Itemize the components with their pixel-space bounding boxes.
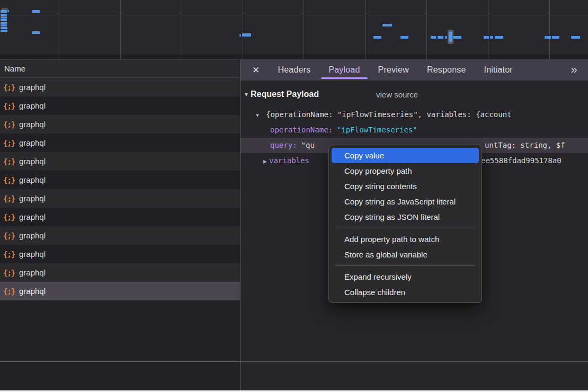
menu-item-store-as-global-variable[interactable]: Store as global variable	[332, 247, 479, 262]
network-request-bar	[545, 36, 551, 39]
network-request-bar	[431, 36, 436, 39]
json-braces-icon: {;}	[3, 83, 19, 92]
network-request-bar	[400, 36, 408, 39]
request-row-graphql[interactable]: {;}graphql	[0, 282, 240, 300]
timeline-gridline	[182, 0, 182, 59]
request-name-label: graphql	[19, 101, 46, 110]
json-braces-icon: {;}	[3, 157, 19, 166]
json-braces-icon: {;}	[3, 213, 19, 221]
network-request-bar	[490, 36, 493, 39]
panel-split-divider[interactable]	[240, 59, 240, 390]
request-list-panel: Name {;}graphql{;}graphql{;}graphql{;}gr…	[0, 59, 240, 390]
network-request-bar	[1, 22, 7, 24]
menu-item-copy-string-contents[interactable]: Copy string contents	[332, 179, 479, 194]
menu-separator	[335, 265, 475, 266]
request-name-label: graphql	[19, 138, 46, 147]
request-row-graphql[interactable]: {;}graphql	[0, 226, 240, 245]
menu-item-expand-recursively[interactable]: Expand recursively	[332, 269, 479, 284]
json-braces-icon: {;}	[3, 176, 19, 184]
timeline-gridline	[243, 0, 243, 59]
request-name-label: graphql	[19, 250, 46, 259]
request-name-label: graphql	[19, 120, 46, 129]
json-braces-icon: {;}	[3, 194, 19, 203]
json-braces-icon: {;}	[3, 287, 19, 296]
payload-root-row[interactable]: ▼{operationName: "ipFlowTimeseries", var…	[240, 107, 588, 122]
bottom-divider	[0, 361, 588, 362]
menu-item-copy-string-as-json-literal[interactable]: Copy string as JSON literal	[332, 209, 479, 225]
collapsed-triangle-icon[interactable]: ▶	[261, 154, 269, 168]
request-name-label: graphql	[19, 231, 46, 240]
request-row-graphql[interactable]: {;}graphql	[0, 245, 240, 263]
property-value-left-fragment: "qu	[301, 141, 315, 149]
menu-item-copy-string-as-javascript-literal[interactable]: Copy string as JavaScript literal	[332, 194, 479, 209]
section-title: Request Payload	[251, 90, 319, 99]
request-row-graphql[interactable]: {;}graphql	[0, 96, 240, 115]
request-row-graphql[interactable]: {;}graphql	[0, 115, 240, 133]
network-request-bar	[242, 33, 251, 37]
request-name-label: graphql	[19, 194, 46, 203]
timeline-gridline	[304, 0, 304, 59]
menu-item-add-property-path-to-watch[interactable]: Add property path to watch	[332, 231, 479, 247]
network-request-bar	[449, 32, 452, 42]
tab-payload[interactable]: Payload	[328, 65, 360, 75]
tab-headers[interactable]: Headers	[278, 65, 310, 75]
network-request-bar	[1, 10, 7, 13]
network-request-bar	[373, 36, 381, 39]
timeline-gridline	[120, 0, 121, 59]
timeline-gridline	[59, 0, 59, 59]
request-name-label: graphql	[19, 175, 46, 184]
section-collapse-icon[interactable]: ▼	[244, 92, 251, 97]
request-row-graphql[interactable]: {;}graphql	[0, 133, 240, 152]
timeline-gridline	[426, 0, 427, 59]
request-row-graphql[interactable]: {;}graphql	[0, 189, 240, 208]
network-request-bar	[552, 36, 559, 39]
view-source-link[interactable]: view source	[376, 90, 418, 99]
network-request-bar	[1, 16, 7, 19]
json-braces-icon: {;}	[3, 269, 19, 277]
network-request-bar	[453, 36, 461, 39]
property-key: operationName:	[270, 126, 333, 134]
timeline-bottom-strip	[0, 55, 588, 59]
json-braces-icon: {;}	[3, 250, 19, 259]
request-row-graphql[interactable]: {;}graphql	[0, 208, 240, 226]
property-value-right-fragment: untTag: string, $f	[485, 138, 565, 153]
overflow-chevron-icon[interactable]: »	[571, 64, 577, 76]
payload-operationname-row[interactable]: operationName:"ipFlowTimeseries"	[240, 122, 588, 138]
network-request-bar	[7, 10, 9, 12]
menu-item-copy-property-path[interactable]: Copy property path	[332, 163, 479, 179]
request-row-graphql[interactable]: {;}graphql	[0, 171, 240, 189]
network-request-bar	[571, 36, 580, 39]
request-name-label: graphql	[19, 83, 46, 92]
name-column-label: Name	[4, 64, 25, 73]
network-overview-timeline[interactable]	[0, 0, 588, 59]
tab-preview[interactable]: Preview	[378, 65, 409, 75]
property-string-value: "ipFlowTimeseries"	[337, 126, 417, 134]
tab-initiator[interactable]: Initiator	[484, 65, 513, 75]
name-column-header[interactable]: Name	[0, 59, 240, 78]
menu-item-collapse-children[interactable]: Collapse children	[332, 284, 479, 300]
network-request-bar	[32, 10, 40, 13]
expanded-triangle-icon[interactable]: ▼	[253, 108, 262, 122]
timeline-horizontal-rule	[0, 13, 588, 13]
network-request-bar	[239, 34, 241, 37]
close-icon[interactable]: ✕	[252, 65, 260, 76]
request-row-graphql[interactable]: {;}graphql	[0, 78, 240, 96]
request-name-label: graphql	[19, 157, 46, 166]
details-tabs: HeadersPayloadPreviewResponseInitiator	[278, 65, 512, 75]
request-row-graphql[interactable]: {;}graphql	[0, 152, 240, 171]
tab-response[interactable]: Response	[427, 65, 466, 75]
request-payload-section-header[interactable]: ▼ Request Payload view source	[240, 87, 588, 102]
timeline-gridline	[488, 0, 488, 59]
network-request-bar	[1, 14, 7, 16]
request-row-graphql[interactable]: {;}graphql	[0, 263, 240, 282]
menu-item-copy-value[interactable]: Copy value	[332, 148, 479, 163]
request-name-label: graphql	[19, 212, 46, 221]
json-braces-icon: {;}	[3, 120, 19, 129]
network-request-bar	[382, 24, 392, 26]
details-tabbar: ✕ HeadersPayloadPreviewResponseInitiator…	[240, 59, 588, 81]
network-request-bar	[1, 27, 7, 29]
timeline-gridline	[366, 0, 366, 59]
network-request-bar	[1, 24, 7, 26]
request-name-label: graphql	[19, 268, 46, 277]
json-braces-icon: {;}	[3, 231, 19, 240]
